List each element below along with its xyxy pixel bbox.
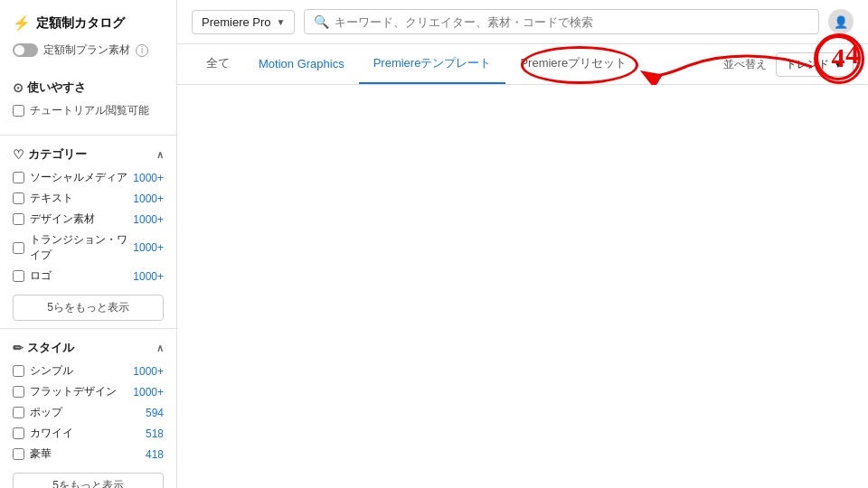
- filter-transition: トランジション・ワイプ 1000+: [13, 232, 164, 263]
- style-chevron[interactable]: ∧: [156, 343, 164, 354]
- style-title: スタイル: [27, 340, 74, 356]
- category-section: ♡ カテゴリー ∧ ソーシャルメディア 1000+ テキスト 1000+ デザイ…: [0, 136, 176, 329]
- product-dropdown-arrow: ▼: [277, 17, 286, 27]
- filter-text-count: 1000+: [133, 192, 164, 205]
- filter-logo-count: 1000+: [133, 270, 164, 283]
- filter-social-label: ソーシャルメディア: [30, 170, 127, 185]
- filter-logo: ロゴ 1000+: [13, 268, 164, 284]
- search-bar: 🔍: [304, 9, 819, 34]
- profile-avatar[interactable]: 👤: [828, 9, 854, 34]
- search-icon: 🔍: [314, 14, 329, 29]
- style-title-row: ✏ スタイル ∧: [13, 340, 164, 356]
- info-icon[interactable]: i: [136, 44, 148, 57]
- tab-premiere-preset[interactable]: Premiereプリセット: [505, 44, 641, 84]
- filter-logo-label: ロゴ: [30, 268, 52, 284]
- category-title: カテゴリー: [28, 146, 87, 163]
- filter-flat-count: 1000+: [133, 386, 164, 399]
- style-icon: ✏: [13, 341, 24, 355]
- filter-gorgeous-label: 豪華: [30, 446, 52, 462]
- category-chevron[interactable]: ∧: [156, 149, 164, 161]
- usability-label: 使いやすさ: [27, 80, 86, 96]
- content-area: [177, 85, 868, 488]
- filter-text-label: テキスト: [30, 191, 73, 206]
- trend-button[interactable]: トレンド ▼: [776, 52, 854, 77]
- filter-pop: ポップ 594: [13, 405, 164, 420]
- filter-flat: フラットデザイン 1000+: [13, 384, 164, 399]
- tab-all[interactable]: 全て: [192, 44, 244, 84]
- sidebar: ⚡ 定額制カタログ 定額制プラン素材 i ⊙ 使いやすさ チュートリアル閲覧可能…: [0, 0, 177, 488]
- filter-design-checkbox[interactable]: [13, 213, 24, 225]
- usability-title: ⊙ 使いやすさ: [13, 80, 164, 96]
- sidebar-header: ⚡ 定額制カタログ: [0, 14, 176, 42]
- filter-logo-checkbox[interactable]: [13, 270, 24, 282]
- tutorial-checkbox[interactable]: [13, 105, 24, 117]
- sort-label: 並べ替え: [723, 57, 767, 72]
- tutorial-label: チュートリアル閲覧可能: [30, 103, 149, 118]
- tabs-row: 全て Motion Graphics Premiereテンプレート Premie…: [177, 44, 868, 85]
- style-section: ✏ スタイル ∧ シンプル 1000+ フラットデザイン 1000+ ポップ: [0, 329, 176, 488]
- filter-social-checkbox[interactable]: [13, 172, 24, 183]
- trend-label: トレンド: [786, 57, 829, 72]
- filter-flat-checkbox[interactable]: [13, 386, 24, 398]
- tab-motion-graphics[interactable]: Motion Graphics: [244, 46, 359, 83]
- plan-toggle[interactable]: [13, 43, 38, 57]
- style-show-more-button[interactable]: 5をもっと表示: [13, 473, 164, 488]
- sidebar-title: 定額制カタログ: [36, 15, 125, 32]
- filter-kawaii-label: カワイイ: [30, 426, 73, 441]
- filter-gorgeous-checkbox[interactable]: [13, 448, 24, 460]
- filter-pop-checkbox[interactable]: [13, 407, 24, 418]
- filter-simple-count: 1000+: [133, 365, 164, 378]
- filter-pop-count: 594: [146, 407, 164, 419]
- usability-section: ⊙ 使いやすさ チュートリアル閲覧可能: [0, 70, 176, 136]
- product-label: Premiere Pro: [202, 15, 271, 29]
- bolt-icon: ⚡: [13, 14, 31, 32]
- filter-kawaii-checkbox[interactable]: [13, 427, 24, 439]
- filter-design-count: 1000+: [133, 213, 164, 226]
- filter-transition-count: 1000+: [133, 241, 164, 254]
- filter-design: デザイン素材 1000+: [13, 211, 164, 227]
- product-selector[interactable]: Premiere Pro ▼: [192, 10, 295, 34]
- filter-social-count: 1000+: [133, 172, 164, 184]
- plan-row: 定額制プラン素材 i: [0, 42, 176, 70]
- tabs-right: 並べ替え トレンド ▼: [723, 52, 854, 77]
- filter-pop-label: ポップ: [30, 405, 62, 420]
- filter-simple-label: シンプル: [30, 363, 73, 379]
- category-title-row: ♡ カテゴリー ∧: [13, 146, 164, 163]
- topbar: Premiere Pro ▼ 🔍 👤: [177, 0, 868, 44]
- filter-flat-label: フラットデザイン: [30, 384, 117, 399]
- tab-premiere-template[interactable]: Premiereテンプレート: [359, 44, 506, 84]
- filter-text: テキスト 1000+: [13, 191, 164, 206]
- filter-gorgeous-count: 418: [146, 448, 164, 461]
- search-input[interactable]: [335, 15, 809, 29]
- filter-kawaii-count: 518: [146, 427, 164, 440]
- filter-text-checkbox[interactable]: [13, 192, 24, 204]
- filter-gorgeous: 豪華 418: [13, 446, 164, 462]
- filter-transition-label: トランジション・ワイプ: [30, 232, 133, 263]
- filter-design-label: デザイン素材: [30, 211, 95, 227]
- category-icon: ♡: [13, 147, 24, 162]
- filter-kawaii: カワイイ 518: [13, 426, 164, 441]
- filter-social: ソーシャルメディア 1000+: [13, 170, 164, 185]
- usability-icon: ⊙: [13, 80, 24, 95]
- category-show-more-button[interactable]: 5らをもっと表示: [13, 295, 164, 321]
- plan-label: 定額制プラン素材: [43, 42, 130, 58]
- filter-simple-checkbox[interactable]: [13, 365, 24, 377]
- filter-simple: シンプル 1000+: [13, 363, 164, 379]
- main-content: Premiere Pro ▼ 🔍 👤 全て Motion Graphics Pr…: [177, 0, 868, 488]
- tutorial-checkbox-row: チュートリアル閲覧可能: [13, 103, 164, 118]
- topbar-right: 👤: [828, 9, 854, 34]
- filter-transition-checkbox[interactable]: [13, 242, 24, 254]
- trend-dropdown-arrow: ▼: [833, 58, 844, 70]
